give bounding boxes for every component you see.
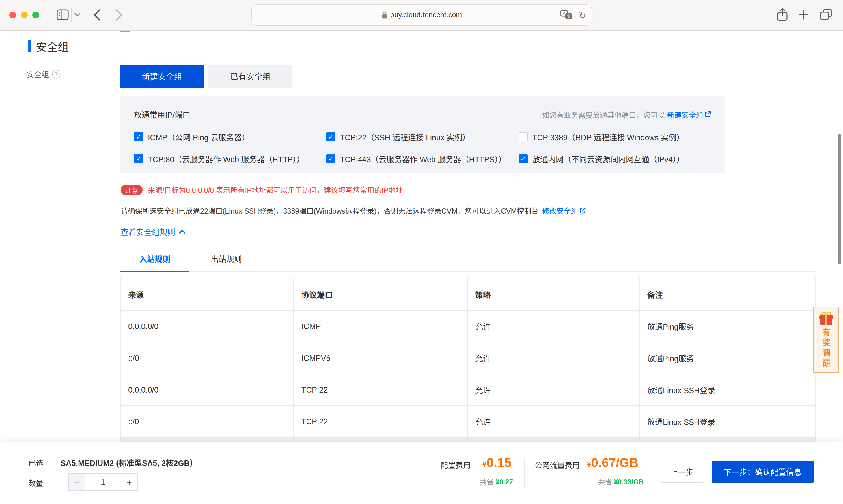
svg-text:文: 文 (567, 14, 571, 19)
external-link-icon (579, 207, 586, 214)
gift-icon (819, 312, 833, 326)
tab-outbound-rules[interactable]: 出站规则 (192, 253, 261, 272)
checkbox-tcp3389[interactable]: TCP:3389（RDP 远程连接 Windows 实例） (519, 131, 684, 143)
url-text: buy.cloud.tencent.com (390, 11, 462, 19)
fee-divider (524, 458, 525, 488)
config-fee-price: ¥0.15 (482, 455, 511, 470)
section-title-accent (28, 40, 31, 52)
port-checkbox-grid: ICMP（公网 Ping 云服务器） TCP:22（SSH 远程连接 Linux… (134, 126, 684, 170)
checkbox-tcp80[interactable]: TCP:80（云服务器作 Web 服务器（HTTP）） (134, 153, 326, 164)
close-window-icon[interactable] (9, 12, 16, 18)
traffic-fee-price: ¥0.67/GB (587, 455, 638, 470)
survey-badge[interactable]: 有奖调研 (813, 307, 839, 373)
panel-title: 放通常用IP/端口 (134, 109, 190, 120)
new-security-group-link[interactable]: 新建安全组 (667, 109, 711, 120)
zoom-window-icon[interactable] (32, 12, 39, 18)
app-root: buy.cloud.tencent.com A 文 ↻ (0, 0, 843, 504)
help-icon[interactable]: ? (52, 70, 60, 78)
tab-overview-icon[interactable] (820, 8, 832, 21)
config-fee-saving: 共省 ¥0.27 (480, 476, 513, 486)
quantity-value[interactable]: 1 (85, 473, 121, 491)
tab-existing-security-group[interactable]: 已有安全组 (209, 65, 292, 88)
reload-icon[interactable]: ↻ (579, 11, 586, 19)
checkbox-icon (326, 132, 336, 141)
sidebar-toggle-icon[interactable] (57, 9, 69, 20)
table-row: ::/0 ICMPV6 允许 放通Ping服务 (120, 342, 815, 374)
col-policy: 策略 (467, 278, 640, 310)
quantity-stepper: − 1 + (68, 473, 138, 491)
checkbox-tcp443[interactable]: TCP:443（云服务器作 Web 服务器（HTTPS）） (326, 153, 519, 164)
forward-icon[interactable] (115, 8, 122, 21)
notice-badge: 注意 (121, 184, 143, 195)
checkbox-tcp22[interactable]: TCP:22（SSH 远程连接 Linux 实例） (326, 131, 519, 143)
caret-up-icon (179, 230, 185, 234)
window-controls[interactable] (9, 12, 39, 18)
minimize-window-icon[interactable] (21, 12, 28, 18)
security-group-mode-tabs: 新建安全组 已有安全组 (120, 65, 292, 88)
view-rules-link[interactable]: 查看安全组规则 (121, 226, 185, 237)
inbound-rules-table: 来源 协议端口 策略 备注 0.0.0.0/0 ICMP 允许 放通Ping服务… (120, 278, 816, 442)
panel-hint: 如您有业务需要放通其他端口，您可以 新建安全组 (542, 109, 711, 120)
checkbox-icon (134, 154, 143, 163)
share-icon[interactable] (777, 8, 788, 21)
security-group-field-label: 安全组 ? (26, 69, 60, 80)
page-content: 安全组 安全组 ? 新建安全组 已有安全组 放通常用IP/端口 如您有业务需要放… (0, 30, 843, 442)
checkbox-icmp[interactable]: ICMP（公网 Ping 云服务器） (134, 131, 326, 143)
traffic-fee-saving: 共省 ¥0.33/GB (598, 476, 644, 486)
quantity-increase-button[interactable]: + (121, 473, 138, 491)
external-link-icon (704, 111, 711, 118)
address-bar[interactable]: buy.cloud.tencent.com A 文 ↻ (252, 5, 592, 25)
translate-icon[interactable]: A 文 (560, 10, 573, 20)
lock-icon (382, 11, 388, 19)
selected-label: 已选 (28, 457, 43, 468)
checkbox-icon (519, 132, 528, 141)
table-row: ::/0 TCP:22 允许 放通Linux SSH登录 (120, 406, 815, 437)
checkbox-intranet[interactable]: 放通内网（不同云资源间内网互通（IPv4）） (519, 153, 684, 164)
chevron-down-icon[interactable] (74, 13, 80, 17)
tab-new-security-group[interactable]: 新建安全组 (120, 65, 204, 88)
table-row: 0.0.0.0/0 TCP:22 允许 放通Linux SSH登录 (120, 374, 815, 406)
toolbar-divider (71, 8, 72, 22)
previous-step-button[interactable]: 上一步 (661, 461, 703, 483)
selected-instance: SA5.MEDIUM2 (标准型SA5, 2核2GB） (60, 457, 197, 468)
col-protocol-port: 协议端口 (293, 278, 467, 310)
rule-direction-tabs: 入站规则 出站规则 (120, 253, 815, 272)
checkbox-icon (134, 132, 143, 141)
common-ports-panel: 放通常用IP/端口 如您有业务需要放通其他端口，您可以 新建安全组 ICMP (120, 96, 725, 173)
survey-badge-label: 有奖调研 (820, 328, 832, 370)
checkbox-icon (519, 154, 528, 163)
modify-security-group-link[interactable]: 修改安全组 (542, 205, 586, 216)
page-title: 安全组 (36, 38, 69, 54)
ensure-row: 请确保所选安全组已放通22端口(Linux SSH登录)，3389端口(Wind… (121, 205, 586, 216)
config-fee-label: 配置费用 (441, 460, 471, 472)
table-header-row: 来源 协议端口 策略 备注 (120, 278, 815, 310)
back-icon[interactable] (93, 8, 101, 21)
col-source: 来源 (120, 278, 293, 310)
scrollbar-thumb[interactable] (838, 134, 841, 264)
quantity-label: 数量 (28, 478, 43, 488)
browser-toolbar: buy.cloud.tencent.com A 文 ↻ (0, 0, 843, 31)
next-step-button[interactable]: 下一步：确认配置信息 (712, 461, 813, 483)
col-remark: 备注 (640, 278, 815, 310)
notice-text: 来源/目标为0.0.0.0/0 表示所有IP地址都可以用于访问，建议填写您常用的… (148, 184, 403, 195)
checkbox-icon (326, 154, 336, 163)
table-row: 0.0.0.0/0 ICMP 允许 放通Ping服务 (120, 310, 815, 342)
purchase-footer: 已选 SA5.MEDIUM2 (标准型SA5, 2核2GB） 数量 − 1 + … (0, 442, 843, 504)
quantity-decrease-button[interactable]: − (68, 473, 85, 491)
new-tab-icon[interactable] (799, 10, 808, 20)
section-title: 安全组 (28, 38, 69, 54)
table-row-partial (120, 437, 815, 442)
traffic-fee-label: 公网流量费用 (535, 460, 580, 470)
notice-row: 注意 来源/目标为0.0.0.0/0 表示所有IP地址都可以用于访问，建议填写您… (121, 184, 403, 195)
tab-inbound-rules[interactable]: 入站规则 (120, 253, 190, 272)
